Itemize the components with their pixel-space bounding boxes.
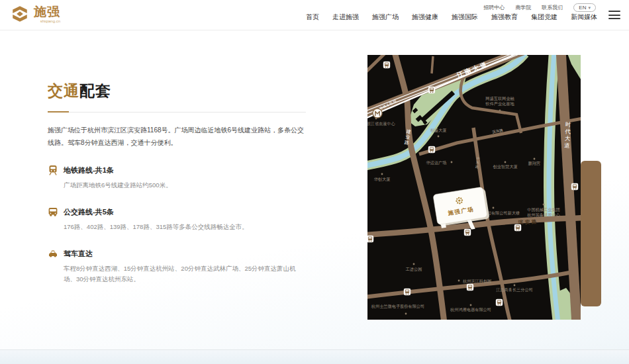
feature-drive-desc: 车程8分钟直达西湖、15分钟直达杭州站、20分钟直达武林广场、25分钟直达萧山机… bbox=[64, 263, 306, 285]
footer-strip bbox=[0, 349, 629, 364]
metro-icon bbox=[48, 165, 58, 175]
decorative-brown-block bbox=[581, 161, 601, 306]
feature-metro: 地铁路线-共1条 广场距离地铁6号线建业路站约500米。 bbox=[48, 165, 306, 191]
place-label: 中国机械工业集团 bbox=[527, 207, 560, 212]
nav-item-about[interactable]: 走进施强 bbox=[332, 13, 359, 22]
place-label: 网盛互联网金融 bbox=[485, 96, 514, 101]
chevron-down-icon: ▾ bbox=[588, 5, 591, 11]
utility-links: 招聘中心 商学院 联系我们 EN ▾ bbox=[483, 3, 596, 12]
feature-bus-desc: 176路、402路、139路、178路、315路等多条公交线路畅达全市。 bbox=[64, 222, 306, 232]
bus-stop-icon bbox=[367, 236, 373, 242]
language-label: EN bbox=[579, 5, 586, 11]
utility-link-school[interactable]: 商学院 bbox=[515, 4, 531, 11]
place-label: 杭州鸿雁电器有限公司 bbox=[450, 307, 491, 312]
hamburger-menu-icon[interactable] bbox=[608, 11, 620, 19]
place-label: 工进公园 bbox=[405, 267, 422, 272]
page-title-rest: 配套 bbox=[79, 82, 111, 99]
place-label: 浙江省血液中心 bbox=[367, 121, 395, 126]
feature-drive-title: 驾车直达 bbox=[64, 249, 93, 259]
utility-link-contact[interactable]: 联系我们 bbox=[542, 4, 563, 11]
nav-item-international[interactable]: 施强国际 bbox=[452, 13, 478, 22]
page-title-accent: 交通 bbox=[48, 82, 79, 99]
bus-stop-icon bbox=[428, 146, 435, 153]
bus-stop-icon bbox=[571, 183, 578, 190]
bus-stop-icon bbox=[404, 289, 411, 295]
bus-stop-icon bbox=[464, 229, 471, 236]
brand-tagline: shiqiang.cn bbox=[40, 19, 60, 23]
feature-bus: 公交路线-共5条 176路、402路、139路、178路、315路等多条公交线路… bbox=[48, 206, 306, 232]
transport-section: 交通配套 施强广场位于杭州市滨江区滨安路1168号。广场周边临近地铁6号线建业路… bbox=[48, 81, 306, 285]
feature-drive: 驾车直达 车程8分钟直达西湖、15分钟直达杭州站、20分钟直达武林广场、25分钟… bbox=[48, 248, 306, 285]
nav-item-plaza[interactable]: 施强广场 bbox=[372, 13, 399, 22]
main-nav: 首页 走进施强 施强广场 施强健康 施强国际 施强教育 集团党建 新闻媒体 bbox=[306, 13, 597, 22]
place-label: 杭州装备研发中心 bbox=[526, 212, 560, 218]
bus-icon bbox=[48, 206, 58, 217]
feature-metro-title: 地铁路线-共1条 bbox=[64, 165, 114, 175]
bus-stop-icon bbox=[467, 284, 473, 291]
map-canvas: 江南大道 地铁6号线 建业路 时代大道 滨安路 滨兴路 中兴路 浙江省血液中心 … bbox=[367, 55, 581, 320]
place-label: 华创大厦 bbox=[374, 177, 391, 182]
bus-stop-icon bbox=[383, 62, 390, 68]
page-title: 交通配套 bbox=[48, 81, 306, 101]
feature-bus-title: 公交路线-共5条 bbox=[64, 207, 114, 217]
language-selector[interactable]: EN ▾ bbox=[573, 3, 596, 12]
bus-stop-icon bbox=[428, 87, 435, 93]
feature-metro-desc: 广场距离地铁6号线建业路站约500米。 bbox=[64, 180, 306, 191]
nav-item-home[interactable]: 首页 bbox=[306, 13, 319, 22]
place-label: 杭州滨江科创园 bbox=[462, 279, 491, 284]
nav-item-health[interactable]: 施强健康 bbox=[412, 13, 438, 22]
location-map: 江南大道 地铁6号线 建业路 时代大道 滨安路 滨兴路 中兴路 浙江省血液中心 … bbox=[367, 55, 581, 320]
place-label: 软件产业化基地 bbox=[485, 101, 514, 107]
place-label: 创业智慧大厦 bbox=[493, 164, 517, 169]
top-navigation-bar: 施强 shiqiang.cn 招聘中心 商学院 联系我们 EN ▾ 首页 走进施… bbox=[0, 0, 629, 30]
place-label: 相盛大厦 bbox=[430, 128, 447, 133]
brand-logo[interactable]: 施强 shiqiang.cn bbox=[11, 5, 60, 23]
place-label: 鹏翔宫 bbox=[528, 161, 541, 166]
bus-stop-icon bbox=[496, 299, 503, 306]
brand-name: 施强 bbox=[34, 5, 60, 18]
car-icon bbox=[48, 248, 58, 259]
utility-link-recruit[interactable]: 招聘中心 bbox=[483, 4, 505, 11]
place-label: 江边商务长三分公司 bbox=[496, 287, 533, 293]
title-divider bbox=[48, 111, 306, 113]
metro-station-icon bbox=[373, 109, 382, 118]
place-label: 杭州士兰微电子股份有限公司 bbox=[371, 304, 424, 309]
bus-stop-icon bbox=[514, 224, 521, 231]
shiqiang-logo-icon bbox=[11, 5, 29, 23]
nav-item-education[interactable]: 施强教育 bbox=[491, 13, 518, 22]
nav-item-news[interactable]: 新闻媒体 bbox=[571, 13, 597, 22]
nav-item-party[interactable]: 集团党建 bbox=[531, 13, 557, 22]
place-label: 华运达广场 bbox=[426, 160, 447, 165]
intro-paragraph: 施强广场位于杭州市滨江区滨安路1168号。广场周边临近地铁6号线建业路站，多条公… bbox=[48, 124, 306, 149]
